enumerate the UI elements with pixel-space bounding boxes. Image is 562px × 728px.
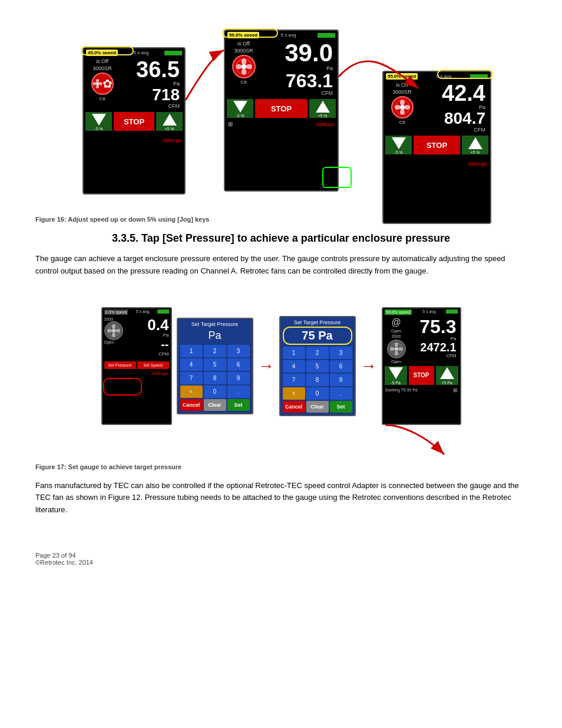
settings-right[interactable]: Settings [468, 161, 487, 167]
cfm-unit-right-f17: CFM [446, 353, 456, 358]
open-label-f17: Open [104, 340, 128, 344]
big-num-right-f17: 75.3 [419, 317, 456, 336]
keypad1-title: Set Target Pressure [180, 321, 250, 327]
green-bar-left [164, 51, 182, 55]
set-btn-kp2[interactable]: Set [330, 401, 352, 413]
settings-left-f17[interactable]: Settings [151, 371, 168, 376]
set-pressure-btn[interactable]: Set Pressure [104, 361, 136, 369]
key-back[interactable]: < [180, 386, 203, 398]
btn-stop-right-f17[interactable]: STOP [409, 366, 434, 385]
svg-point-26 [395, 347, 398, 351]
key-4-kp2[interactable]: 4 [283, 360, 305, 373]
key-7-kp2[interactable]: 7 [283, 374, 305, 386]
cfm-unit-center: CFM [322, 90, 333, 96]
svg-point-2 [96, 79, 99, 83]
cfm-number-left: 718 [152, 87, 180, 103]
model-center: 3000SR [234, 48, 253, 54]
keypad1-display: Pa [180, 328, 250, 343]
btn-up-right[interactable]: +5 % [462, 136, 488, 154]
keypad2-grid: 1 2 3 4 5 6 7 8 9 < 0 . [283, 347, 352, 400]
speed-right-f17: 50.0% speed [385, 309, 412, 315]
clear-btn-kp1[interactable]: Clear [204, 399, 226, 411]
btn-up-left[interactable]: +5 % [156, 112, 183, 131]
svg-point-14 [400, 100, 405, 106]
key-3-kp2[interactable]: 3 [330, 347, 352, 359]
figure17-wrapper: 0.0% speed 5 s avg 2000 Open [35, 301, 527, 431]
body-text-335: The gauge can achieve a target enclosure… [35, 253, 527, 278]
keypad2: Set Target Pressure 75 Pa 1 2 3 4 5 6 7 … [279, 316, 356, 416]
btn-down-right-f17[interactable]: -5 Pa [385, 366, 407, 385]
btn-up-right-f17[interactable]: +5 Pa [436, 366, 458, 385]
sliders-icon-right-f17: ⊞ [453, 387, 458, 393]
cfm-unit-left: CFM [168, 103, 180, 109]
key-9[interactable]: 9 [227, 372, 250, 384]
copyright: ©Retrotec Inc. 2014 [35, 559, 527, 566]
settings-center[interactable]: Settings [315, 121, 335, 127]
is-off-right: is Off [396, 82, 408, 88]
btn-stop-left[interactable]: STOP [114, 112, 154, 131]
key-6[interactable]: 6 [227, 358, 250, 371]
svg-point-23 [112, 332, 115, 337]
cfm-unit-left-f17: CFM [158, 351, 168, 357]
key-dot-kp2[interactable]: . [330, 387, 352, 400]
avg-right-f17: 5 s avg [422, 309, 436, 315]
footer: Page 23 of 94 ©Retrotec Inc. 2014 [35, 552, 527, 566]
key-2[interactable]: 2 [204, 345, 226, 357]
key-2-kp2[interactable]: 2 [306, 347, 329, 359]
btn-stop-center[interactable]: STOP [255, 99, 308, 118]
key-6-kp2[interactable]: 6 [330, 360, 352, 373]
key-9-kp2[interactable]: 9 [330, 374, 352, 386]
key-5[interactable]: 5 [204, 358, 226, 371]
clear-btn-kp2[interactable]: Clear [306, 401, 329, 413]
settings-left[interactable]: Settings [162, 137, 181, 143]
key-1-kp2[interactable]: 1 [283, 347, 305, 359]
key-0[interactable]: 0 [204, 386, 226, 398]
cfm-unit-right: CFM [474, 127, 486, 133]
figure16-wrapper: 45.0% speed 5 s avg is Off 3000SR [35, 18, 527, 212]
key-7[interactable]: 7 [180, 372, 203, 384]
key-0-kp2[interactable]: 0 [306, 387, 329, 400]
key-dot[interactable]: . [227, 386, 250, 398]
key-back-kp2[interactable]: < [283, 387, 305, 400]
speed-left-f17: 0.0% speed [104, 309, 128, 315]
gauge-right-fig17: 50.0% speed 5 s avg @ Open 2000 [382, 307, 461, 425]
isoff-right-f17: Open [391, 329, 401, 333]
svg-point-13 [400, 105, 405, 110]
key-8[interactable]: 8 [204, 372, 226, 384]
svg-point-22 [115, 329, 120, 332]
page-number: Page 23 of 94 [35, 552, 527, 559]
speed-label-left: 45.0% speed [86, 50, 118, 56]
seeking-label: Seeking 75.00 Pa [385, 388, 418, 392]
key-3[interactable]: 3 [227, 345, 250, 357]
is-off-center: is Off [237, 41, 250, 47]
figure17-caption: Figure 17: Set gauge to achieve target p… [35, 463, 527, 470]
btn-down-center[interactable]: -5 % [227, 99, 253, 118]
key-4[interactable]: 4 [180, 358, 203, 371]
svg-point-7 [241, 64, 246, 70]
svg-point-20 [112, 329, 115, 332]
keypad2-actions: Cancel Clear Set [283, 401, 352, 413]
fan-svg-left-f17 [107, 324, 121, 338]
btn-down-left[interactable]: -5 % [85, 112, 112, 131]
svg-point-15 [404, 105, 410, 110]
gauge-left: 45.0% speed 5 s avg is Off 3000SR [82, 47, 186, 195]
red-circle-set-pressure [103, 378, 142, 396]
fan-icon-right-f17 [387, 340, 406, 358]
section-heading-335: 3.3.5. Tap [Set Pressure] to achieve a p… [35, 232, 527, 245]
key-8-kp2[interactable]: 8 [306, 374, 329, 386]
btn-down-right[interactable]: -5 % [385, 136, 412, 154]
set-btn-kp1[interactable]: Set [227, 399, 250, 411]
svg-point-28 [398, 347, 403, 351]
big-number-center: 39.0 [285, 41, 333, 65]
key-5-kp2[interactable]: 5 [306, 360, 329, 373]
fan-icon-left [91, 73, 114, 95]
cancel-btn-kp2[interactable]: Cancel [283, 401, 305, 413]
key-1[interactable]: 1 [180, 345, 203, 357]
cancel-btn-kp1[interactable]: Cancel [180, 399, 203, 411]
btn-stop-right[interactable]: STOP [414, 136, 460, 154]
set-speed-btn[interactable]: Set Speed [137, 361, 169, 369]
model-right: 3000SR [392, 89, 412, 95]
gauge-left-fig17: 0.0% speed 5 s avg 2000 Open [101, 307, 172, 425]
avg-label-right: 5 s avg [437, 74, 452, 79]
btn-up-center[interactable]: +5 % [309, 99, 336, 118]
